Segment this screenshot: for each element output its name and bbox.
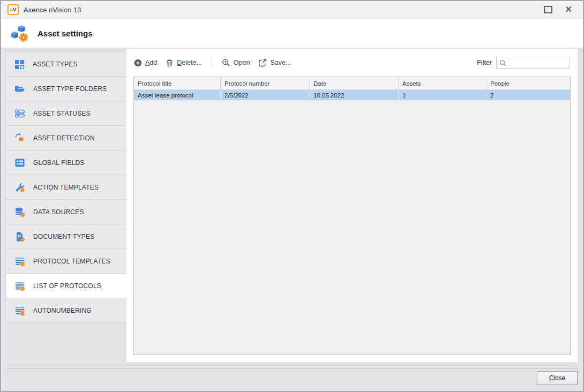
add-button[interactable]: Add: [134, 59, 157, 67]
sidebar-item-protocol-templates[interactable]: PROTOCOL TEMPLATES: [6, 249, 126, 274]
form-fields-icon: [14, 157, 25, 168]
filter-input[interactable]: [508, 58, 570, 67]
column-header-date[interactable]: Date: [310, 77, 399, 89]
asset-settings-cubes-gear-icon: [10, 24, 29, 43]
sidebar-item-label: DATA SOURCES: [33, 208, 84, 216]
sidebar-item-label: ASSET TYPES: [33, 61, 78, 68]
open-button[interactable]: Open: [222, 58, 250, 67]
wrench-gear-icon: [14, 182, 25, 193]
sidebar-item-label: ASSET TYPE FOLDERS: [33, 85, 107, 93]
status-rows-icon: [14, 108, 25, 119]
settings-sidebar: ASSET TYPES ASSET TYPE FOLDERS ASSET STA…: [6, 52, 126, 323]
window-title: Axence nVision 13: [24, 6, 81, 14]
cell-assets: 1: [399, 90, 486, 100]
close-button[interactable]: Close: [537, 371, 578, 385]
sidebar-item-global-fields[interactable]: GLOBAL FIELDS: [6, 150, 126, 175]
search-icon: [499, 59, 506, 66]
filter-field: [496, 57, 570, 69]
maximize-icon[interactable]: [544, 6, 552, 13]
app-window: nV Axence nVision 13 ✕ Asset settings: [0, 0, 584, 392]
sidebar-item-document-types[interactable]: DOCUMENT TYPES: [6, 224, 126, 249]
titlebar: nV Axence nVision 13 ✕: [1, 1, 583, 19]
list-gear-icon: [14, 281, 25, 291]
column-header-assets[interactable]: Assets: [399, 77, 486, 89]
toolbar-separator: [212, 58, 212, 67]
add-circle-icon: [134, 59, 142, 67]
page-title: Asset settings: [38, 29, 93, 38]
sidebar-item-label: ASSET STATUSES: [33, 110, 91, 117]
zoom-open-icon: [222, 58, 230, 67]
database-gear-icon: [14, 207, 25, 217]
sidebar-item-label: DOCUMENT TYPES: [33, 233, 94, 240]
sidebar-item-asset-types[interactable]: ASSET TYPES: [6, 52, 126, 77]
sidebar-item-data-sources[interactable]: DATA SOURCES: [6, 200, 126, 224]
save-button[interactable]: Save...: [258, 58, 291, 67]
trash-icon: [166, 59, 174, 67]
document-gear-icon: [14, 231, 25, 242]
sidebar-item-list-of-protocols[interactable]: LIST OF PROTOCOLS: [6, 274, 126, 298]
sidebar-item-label: PROTOCOL TEMPLATES: [33, 258, 110, 265]
close-icon[interactable]: ✕: [565, 5, 572, 14]
sidebar-item-asset-detection[interactable]: ASSET DETECTION: [6, 126, 126, 150]
list-gear-icon: [14, 256, 25, 267]
cell-protocol-title: Asset lease protocol: [134, 90, 221, 100]
column-header-people[interactable]: People: [486, 77, 570, 89]
nvision-logo-icon: nV: [8, 4, 19, 15]
sidebar-item-action-templates[interactable]: ACTION TEMPLATES: [6, 175, 126, 200]
list-gear-icon: [14, 305, 25, 316]
sidebar-item-label: AUTONUMBERING: [33, 307, 92, 314]
box-detect-icon: [14, 133, 25, 144]
table-header-row: Protocol title Protocol number Date Asse…: [134, 77, 570, 90]
grid-icon: [14, 59, 25, 70]
filter-label: Filter: [477, 59, 492, 66]
sidebar-item-autonumbering[interactable]: AUTONUMBERING: [6, 298, 126, 323]
cell-protocol-number: 2/5/2022: [221, 90, 310, 100]
footer-divider: [6, 368, 578, 368]
sidebar-item-label: LIST OF PROTOCOLS: [33, 282, 101, 290]
export-icon: [258, 58, 267, 67]
table-row[interactable]: Asset lease protocol 2/5/2022 10.05.2022…: [134, 90, 570, 100]
sidebar-item-label: GLOBAL FIELDS: [33, 159, 85, 167]
delete-button[interactable]: Delete...: [166, 59, 202, 67]
folder-open-icon: [14, 84, 25, 94]
sidebar-item-label: ASSET DETECTION: [33, 134, 95, 142]
toolbar: Add Delete... Open: [126, 56, 578, 70]
sidebar-item-label: ACTION TEMPLATES: [33, 184, 99, 191]
sidebar-item-asset-type-folders[interactable]: ASSET TYPE FOLDERS: [6, 77, 126, 101]
column-header-protocol-number[interactable]: Protocol number: [221, 77, 310, 89]
cell-date: 10.05.2022: [310, 90, 399, 100]
cell-people: 2: [486, 90, 570, 100]
content-panel: Add Delete... Open: [126, 49, 578, 362]
page-header: Asset settings: [1, 19, 583, 48]
sidebar-item-asset-statuses[interactable]: ASSET STATUSES: [6, 101, 126, 126]
column-header-protocol-title[interactable]: Protocol title: [134, 77, 221, 89]
protocol-list-panel: Protocol title Protocol number Date Asse…: [133, 77, 571, 355]
